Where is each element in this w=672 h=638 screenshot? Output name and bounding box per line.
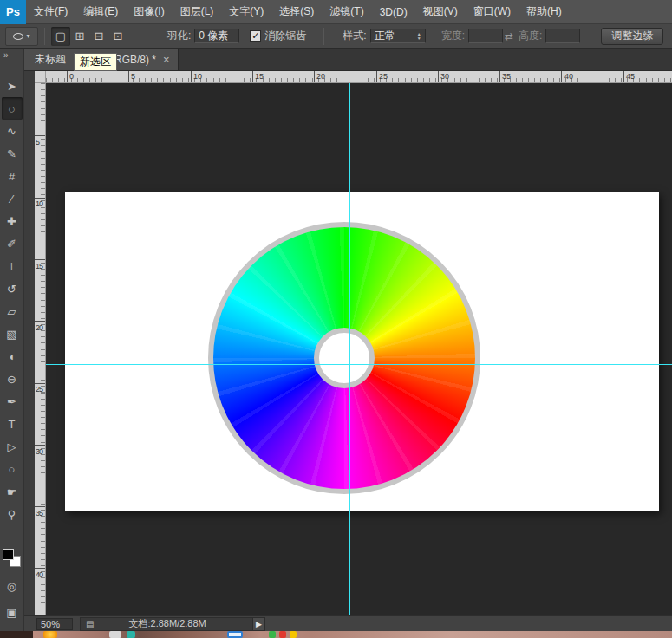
document-size-info: 文档:2.88M/2.88M <box>128 617 206 630</box>
divider <box>44 28 45 45</box>
spot-healing-brush-tool[interactable]: ✚ <box>2 210 23 232</box>
menu-select[interactable]: 选择(S) <box>271 0 322 23</box>
menu-view[interactable]: 视图(V) <box>415 0 466 23</box>
color-wheel-hole <box>314 328 375 388</box>
history-brush-tool[interactable]: ↺ <box>2 277 23 300</box>
intersect-selection-mode-button[interactable]: ⊡ <box>108 27 127 46</box>
height-label: 高度: <box>519 29 542 43</box>
menu-image[interactable]: 图像(I) <box>126 0 172 23</box>
quick-mask-button[interactable]: ◎ <box>2 577 23 595</box>
taskbar-icon[interactable] <box>279 631 286 638</box>
ruler-number: 20 <box>316 72 325 81</box>
lasso-tool[interactable]: ∿ <box>2 120 23 142</box>
document-canvas[interactable] <box>65 192 659 511</box>
foreground-color-swatch[interactable] <box>3 549 14 560</box>
taskbar-icon[interactable] <box>269 631 276 638</box>
tool-preset-picker[interactable]: ▾ <box>5 27 38 46</box>
menu-type[interactable]: 文字(Y) <box>221 0 271 23</box>
type-icon: T <box>9 418 16 431</box>
menu-window[interactable]: 窗口(W) <box>466 0 519 23</box>
feather-input[interactable]: 0 像素 <box>194 29 239 43</box>
taskbar-strip <box>0 631 672 638</box>
antialias-checkbox[interactable]: ✓ <box>250 30 261 42</box>
dodge-tool[interactable]: ⊖ <box>2 368 23 390</box>
menu-help[interactable]: 帮助(H) <box>519 0 570 23</box>
dodge-icon: ⊖ <box>7 373 16 386</box>
crop-icon: # <box>9 170 15 183</box>
spinner-arrows-icon: ▲ ▼ <box>414 32 421 41</box>
zoom-level-field[interactable]: 50% <box>36 618 73 630</box>
move-tool[interactable]: ➤ <box>2 75 23 97</box>
canvas-area[interactable] <box>46 83 672 615</box>
history-brush-icon: ↺ <box>7 283 16 296</box>
zoom-icon: ⚲ <box>8 508 16 521</box>
collapse-panel-button[interactable]: » <box>0 49 23 64</box>
menu-edit[interactable]: 编辑(E) <box>75 0 126 23</box>
elliptical-marquee-tool[interactable]: ◌ <box>2 97 23 120</box>
clone-stamp-tool[interactable]: ⊥ <box>2 255 23 277</box>
taskbar-icon[interactable] <box>109 631 121 638</box>
brush-tool[interactable]: ✐ <box>2 232 23 255</box>
elliptical-marquee-icon: ◌ <box>9 102 16 115</box>
eraser-tool[interactable]: ▱ <box>2 300 23 322</box>
status-expand-button[interactable]: ▶ <box>252 618 264 630</box>
type-tool[interactable]: T <box>2 413 23 435</box>
crop-tool[interactable]: # <box>2 165 23 187</box>
height-input[interactable] <box>545 29 580 43</box>
eyedropper-tool[interactable]: ∕ <box>2 187 23 210</box>
taskbar-icon[interactable] <box>290 631 297 638</box>
blur-tool[interactable]: ◖ <box>2 345 23 368</box>
swap-width-height-icon[interactable]: ⇄ <box>505 30 513 42</box>
status-bar: 50% ▤ 文档:2.88M/2.88M ▶ <box>24 615 672 631</box>
zoom-tool[interactable]: ⚲ <box>2 503 23 525</box>
blur-icon: ◖ <box>9 350 16 363</box>
ellipse-shape-tool[interactable]: ○ <box>2 458 23 480</box>
gradient-tool[interactable]: ▧ <box>2 322 23 345</box>
ruler-number: 30 <box>36 447 42 456</box>
subtract-from-selection-mode-button[interactable]: ⊟ <box>89 27 108 46</box>
menu-layer[interactable]: 图层(L) <box>173 0 222 23</box>
style-select[interactable]: 正常 ▲ ▼ <box>370 29 426 43</box>
pen-icon: ✒ <box>7 395 16 408</box>
horizontal-ruler[interactable]: 0 5 10 15 20 25 30 35 40 45 <box>46 71 672 83</box>
healing-brush-icon: ✚ <box>7 215 16 228</box>
tools-panel: » ➤ ◌ ∿ ✎ # ∕ ✚ ✐ ⊥ ↺ ▱ ▧ ◖ ⊖ ✒ T ▷ ○ ☛ … <box>0 49 24 631</box>
taskbar-icon[interactable] <box>43 631 57 638</box>
tab-title-right: (RGB/8) * <box>111 54 156 66</box>
vertical-guide[interactable] <box>349 83 350 615</box>
antialias-label: 消除锯齿 <box>264 29 306 43</box>
quick-selection-tool[interactable]: ✎ <box>2 142 23 165</box>
horizontal-guide[interactable] <box>46 364 672 365</box>
menu-3d[interactable]: 3D(D) <box>372 0 415 23</box>
ruler-number: 15 <box>36 262 42 270</box>
new-selection-mode-button[interactable]: ▢ <box>51 27 70 46</box>
hand-tool[interactable]: ☛ <box>2 480 23 503</box>
taskbar-icon[interactable] <box>127 631 135 638</box>
tab-title-left: 未标题 <box>35 52 66 67</box>
photoshop-window: { "app": { "logo_text": "Ps" }, "menu_ba… <box>0 0 672 638</box>
document-info-icon: ▤ <box>86 619 94 628</box>
menu-filter[interactable]: 滤镜(T) <box>322 0 371 23</box>
tab-close-icon[interactable]: × <box>163 53 170 66</box>
ruler-number: 40 <box>564 72 573 81</box>
panel-gap-strip <box>24 71 35 615</box>
move-tool-icon: ➤ <box>7 80 16 93</box>
width-input[interactable] <box>468 29 503 43</box>
ruler-number: 0 <box>69 72 74 81</box>
ellipse-shape-icon: ○ <box>9 463 16 476</box>
taskbar-icon[interactable] <box>227 631 243 638</box>
tool-tooltip: 新选区 <box>74 53 117 71</box>
screen-mode-button[interactable]: ▣ <box>2 603 23 621</box>
add-selection-icon: ⊞ <box>75 29 85 42</box>
pen-tool[interactable]: ✒ <box>2 390 23 413</box>
menu-file[interactable]: 文件(F) <box>26 0 75 23</box>
ruler-number: 35 <box>502 72 511 81</box>
path-selection-tool[interactable]: ▷ <box>2 435 23 458</box>
add-to-selection-mode-button[interactable]: ⊞ <box>70 27 89 46</box>
ruler-number: 25 <box>379 72 388 81</box>
quick-mask-icon: ◎ <box>7 580 16 593</box>
screen-mode-icon: ▣ <box>6 606 16 619</box>
refine-edge-button[interactable]: 调整边缘 <box>601 28 663 45</box>
ruler-number: 45 <box>626 72 635 81</box>
vertical-ruler[interactable]: 5 10 15 20 25 30 35 40 <box>35 83 46 615</box>
